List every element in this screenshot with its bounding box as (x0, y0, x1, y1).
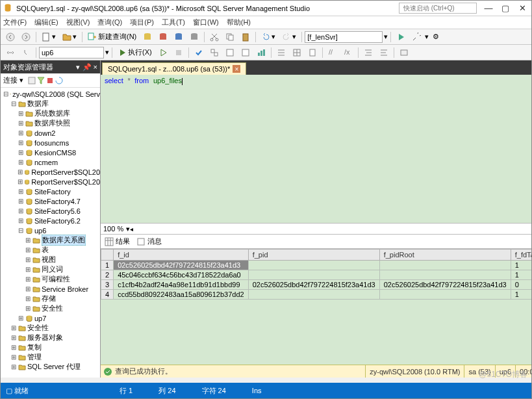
tree-node[interactable]: ⊞foosuncms (3, 138, 100, 148)
outdent-button[interactable] (377, 47, 391, 58)
tree-node[interactable]: ⊞ReportServer$SQL20 (3, 167, 100, 177)
maximize-button[interactable]: ▢ (499, 3, 512, 13)
tree-node[interactable]: ⊞同义词 (3, 264, 100, 274)
database-select[interactable] (39, 47, 104, 58)
actualplan-button[interactable] (238, 47, 253, 58)
menu-window[interactable]: 窗口(W) (193, 18, 219, 27)
reconnect-button[interactable] (3, 47, 18, 58)
comment-button[interactable]: // (325, 47, 340, 58)
close-button[interactable]: ✕ (516, 3, 529, 13)
settings-icon[interactable]: ⚙ (430, 31, 442, 42)
stats-button[interactable] (254, 47, 268, 58)
server-select[interactable] (305, 31, 383, 43)
col-header[interactable]: f_pidRoot (379, 250, 511, 261)
tree-node[interactable]: ⊞Service Broker (3, 284, 100, 294)
parse-button[interactable] (192, 47, 206, 58)
undo-button[interactable]: ▾ (259, 31, 278, 43)
cut-button[interactable] (207, 31, 222, 43)
tree-node[interactable]: ⊞SQL Server 代理 (3, 362, 100, 372)
open-button[interactable]: ▾ (60, 31, 79, 43)
grid-cell[interactable]: 02c526025dbd42f797224815f23a41d3 (114, 261, 249, 270)
new-file-button[interactable]: ▾ (39, 31, 58, 43)
grid-cell[interactable]: 1 (511, 290, 532, 300)
tree-node[interactable]: ⊟up6 (3, 225, 100, 235)
results-tab[interactable]: 结果 (105, 237, 130, 246)
menu-view[interactable]: 视图(V) (66, 18, 90, 27)
specify-button[interactable] (397, 47, 411, 58)
redo-button[interactable]: ▾ (279, 31, 299, 43)
grid-cell[interactable] (248, 261, 379, 270)
grid-cell[interactable]: ccd55bd80922483aa15a809612b37dd2 (114, 290, 249, 300)
tree-node[interactable]: ⊞可编程性 (3, 274, 100, 284)
tree-node[interactable]: ⊞ncmem (3, 157, 100, 167)
grid-cell[interactable] (379, 270, 511, 280)
row-number[interactable]: 4 (101, 290, 114, 300)
text-result-button[interactable] (274, 47, 288, 58)
nav-fwd-button[interactable] (19, 31, 33, 43)
db-blue-button[interactable] (171, 31, 186, 43)
uncomment-button[interactable]: /x (341, 47, 355, 58)
menu-query[interactable]: 查询(Q) (97, 18, 122, 27)
grid-cell[interactable]: 0 (511, 280, 532, 290)
run-button[interactable] (394, 31, 408, 43)
sync-icon[interactable] (55, 76, 64, 85)
filter-icon[interactable] (36, 76, 45, 85)
stop-button[interactable] (171, 47, 186, 58)
menu-help[interactable]: 帮助(H) (227, 18, 251, 27)
row-number[interactable]: 2 (101, 270, 114, 280)
change-conn-button[interactable] (19, 47, 33, 58)
zoom-level[interactable]: 100 % (103, 225, 123, 233)
quick-launch-input[interactable] (399, 3, 477, 14)
db-gray-button[interactable] (187, 31, 201, 43)
close-tab-icon[interactable]: × (233, 65, 240, 73)
tree-node[interactable]: ⊞视图 (3, 255, 100, 264)
tree-node[interactable]: ⊞安全性 (3, 303, 100, 313)
tree-node[interactable]: ⊞表 (3, 245, 100, 255)
db-red-button[interactable] (156, 31, 170, 43)
results-grid[interactable]: f_idf_pidf_pidRootf_fdTaskf_fdCh 102c526… (101, 249, 532, 300)
tree-node[interactable]: ⊞安全性 (3, 323, 100, 333)
nav-back-button[interactable] (3, 31, 18, 43)
indent-button[interactable] (361, 47, 375, 58)
tree-node[interactable]: ⊞存储 (3, 294, 100, 303)
grid-cell[interactable] (379, 290, 511, 300)
options-button[interactable] (223, 47, 237, 58)
tree-node[interactable]: ⊞SiteFactory4.7 (3, 196, 100, 206)
grid-cell[interactable] (248, 290, 379, 300)
tree-node[interactable]: ⊞SiteFactory (3, 187, 100, 196)
debug-button[interactable] (156, 47, 170, 58)
copy-button[interactable] (223, 31, 237, 43)
col-header[interactable]: f_id (114, 250, 249, 261)
tree-node[interactable]: ⊞KesionCMS8 (3, 148, 100, 157)
tree-node[interactable]: ⊞数据库关系图 (3, 235, 100, 245)
grid-cell[interactable]: 02c526025dbd42f797224815f23a41d3 (248, 280, 379, 290)
paste-button[interactable] (238, 31, 253, 43)
sql-editor[interactable]: select * from up6_files ✦ – ▾ (101, 75, 532, 223)
grid-cell[interactable]: 1 (511, 270, 532, 280)
grid-cell[interactable]: 45c046ccbf634c56bc43d718522da6a0 (114, 270, 249, 280)
tree-node[interactable]: ⊞管理 (3, 352, 100, 362)
grid-cell[interactable]: c1cfb4b2adf24a4a98e11db91d1bbd99 (114, 280, 249, 290)
col-header[interactable]: f_fdTask (511, 250, 532, 261)
grid-cell[interactable]: 1 (511, 261, 532, 270)
connect-button[interactable]: 连接 ▾ (3, 75, 23, 85)
menu-file[interactable]: 文件(F) (3, 18, 27, 27)
tools-button[interactable] (409, 31, 424, 43)
col-header[interactable]: f_pid (248, 250, 379, 261)
new-query-button[interactable]: 新建查询(N) (85, 31, 139, 43)
refresh-icon[interactable] (27, 76, 36, 85)
tree-node[interactable]: ⊞复制 (3, 342, 100, 352)
row-number[interactable]: 3 (101, 280, 114, 290)
tree-node[interactable]: ⊞SiteFactory6.2 (3, 216, 100, 225)
row-number[interactable]: 1 (101, 261, 114, 270)
file-tab[interactable]: SQLQuery1.sql - z...008.up6 (sa (53))* × (102, 62, 246, 75)
menu-edit[interactable]: 编辑(E) (34, 18, 58, 27)
menu-project[interactable]: 项目(P) (130, 18, 154, 27)
estplan-button[interactable] (207, 47, 222, 58)
grid-cell[interactable] (379, 261, 511, 270)
tree-node[interactable]: ⊞down2 (3, 128, 100, 138)
tree-node[interactable]: ⊞ReportServer$SQL20 (3, 177, 100, 187)
tree-node[interactable]: ⊟数据库 (3, 99, 100, 109)
tree-node[interactable]: ⊞数据库快照 (3, 118, 100, 128)
grid-result-button[interactable] (290, 47, 304, 58)
